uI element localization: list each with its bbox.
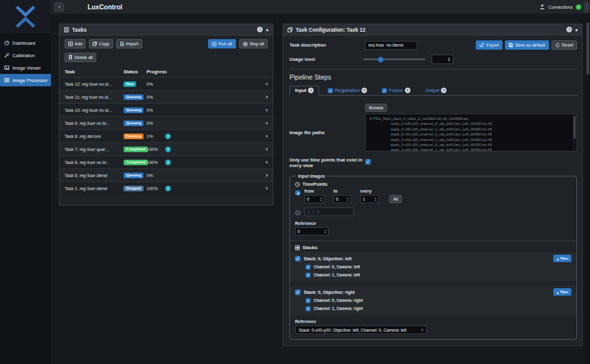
timepoints-range-radio[interactable] (295, 190, 301, 196)
info-icon[interactable]: i (405, 88, 411, 93)
config-panel-header: Task Configuration: Task 12 i ▴ (283, 24, 582, 35)
task-name: reg fuse blend (79, 173, 107, 178)
pages-icon (288, 27, 293, 32)
export-icon (479, 43, 484, 47)
tab-output[interactable]: Output i (420, 86, 452, 95)
delete-all-button[interactable]: Delete all (65, 53, 96, 62)
task-info-icon[interactable]: i (165, 147, 171, 152)
task-description-input[interactable] (365, 41, 417, 50)
task-row[interactable]: Task 7: reg fuse qual ... Completed 100%… (60, 142, 273, 155)
stepper-icon[interactable]: ▴▾ (375, 197, 376, 201)
stop-all-button[interactable]: Stop all (239, 39, 268, 48)
usage-level-slider[interactable] (363, 58, 425, 60)
copy-button-label: Copy (99, 42, 109, 46)
sidebar-item-dashboard[interactable]: Dashboard (0, 37, 51, 49)
export-button[interactable]: Export (476, 40, 502, 50)
save-icon (509, 43, 513, 47)
info-icon[interactable]: i (361, 88, 367, 93)
chevron-right-icon: › (266, 120, 268, 126)
task-name: reg fuse no bl... (82, 95, 112, 99)
scrollbar-thumb[interactable] (586, 22, 589, 75)
stack-checkbox[interactable] (295, 256, 301, 262)
stepper-icon[interactable]: ▴▾ (320, 197, 322, 201)
divider (290, 240, 576, 241)
task-name: reg deconv (79, 134, 101, 139)
task-info-icon[interactable]: i (165, 186, 171, 191)
task-row[interactable]: Task 12: reg fuse no bl... New 0% › (60, 77, 273, 90)
task-id: Task 8: (65, 134, 78, 139)
usage-level-value[interactable]: 1 (432, 55, 453, 64)
wrench-icon (4, 53, 9, 58)
channel-checkbox[interactable] (306, 273, 311, 278)
task-name: reg fuse no bl... (82, 82, 112, 86)
all-button[interactable]: All (389, 195, 402, 203)
task-row[interactable]: Task 8: reg deconv Running 1% i › (60, 129, 273, 142)
tiles-button[interactable]: ▴Tiles (553, 288, 571, 296)
reset-button[interactable]: Reset (551, 40, 577, 50)
input-images-fieldset: Input Images TimePoints from 0▴▾ to 0▴▾ (289, 174, 577, 340)
collapse-panel-icon[interactable]: ▴ (266, 27, 268, 32)
task-info-icon[interactable]: i (165, 160, 171, 165)
task-info-icon[interactable]: i (165, 134, 171, 139)
task-row[interactable]: Task 9: reg fuse no bl... Queuing 0% › (60, 116, 273, 129)
tab-registration[interactable]: Registration i (323, 86, 372, 95)
stepper-icon[interactable]: ▴▾ (325, 229, 326, 234)
run-all-label: Run all (219, 42, 232, 46)
tasks-toolbar: Add Copy Import Run all Stop all (60, 35, 273, 63)
import-button[interactable]: Import (116, 39, 142, 48)
connections-label[interactable]: Connections (548, 5, 573, 9)
tab-input[interactable]: Input i (289, 86, 319, 96)
channel-checkbox[interactable] (306, 265, 311, 270)
task-id: Task 9: (65, 121, 78, 125)
task-progress: 0% (147, 82, 165, 86)
tiles-button[interactable]: ▴Tiles (553, 255, 571, 262)
timepoints-list-input[interactable] (304, 207, 354, 216)
task-row[interactable]: Task 6: reg fuse no bl... Completed 100%… (60, 155, 273, 168)
save-as-default-button[interactable]: Save as default (505, 40, 548, 50)
stack-checkbox[interactable] (295, 289, 301, 295)
reference-select[interactable]: Stack: 0-x00-y00, Objective: left, Chann… (295, 325, 427, 334)
page-scrollbar[interactable] (585, 14, 590, 364)
channel-checkbox[interactable] (306, 298, 311, 303)
info-icon[interactable]: i (308, 88, 314, 93)
every-spinner[interactable]: 1▴▾ (360, 195, 379, 203)
add-button-label: Add (75, 42, 82, 46)
add-button[interactable]: Add (65, 39, 86, 48)
image-file-paths-box[interactable]: F:/TD1_Moni_plant_3_vtiles_2_rot\2020-02… (365, 114, 577, 152)
info-icon[interactable]: i (257, 27, 263, 32)
sidebar-item-image-processor[interactable]: Image Processor (0, 74, 51, 86)
timepoints-list-radio[interactable] (295, 210, 301, 216)
delete-all-label: Delete all (75, 55, 93, 60)
image-file-paths-label: Image file paths (289, 130, 365, 135)
overflow-menu-button[interactable]: ⋮ (584, 1, 589, 12)
tab-fusion[interactable]: Fusion i (377, 86, 415, 95)
task-row[interactable]: Task 11: reg fuse no bl... Queuing 0% › (60, 90, 273, 103)
collapse-panel-icon[interactable]: ▴ (575, 27, 578, 32)
slider-thumb[interactable] (378, 57, 384, 62)
stepper-icon: ▴▾ (422, 328, 423, 332)
sidebar-item-label: Image Processor (12, 78, 48, 83)
task-row[interactable]: Task 10: reg fuse no bl... Queuing 0% › (60, 103, 273, 116)
task-row[interactable]: Task 5: reg fuse blend Queuing 0% › (60, 168, 273, 181)
fusion-checkbox[interactable] (382, 88, 387, 93)
stepper-icon[interactable]: ▴▾ (347, 197, 348, 201)
run-all-button[interactable]: Run all (208, 39, 236, 48)
from-spinner[interactable]: 0▴▾ (304, 195, 324, 203)
task-id: Task 5: (65, 173, 78, 178)
copy-button[interactable]: Copy (89, 39, 112, 48)
back-button[interactable]: ‹ (55, 2, 64, 12)
sidebar-item-calibration[interactable]: Calibration (0, 49, 51, 61)
sidebar-item-image-viewer[interactable]: Image Viewer (0, 61, 51, 74)
paths-scrollbar[interactable] (573, 115, 576, 150)
task-name: reg fuse blend (79, 186, 107, 191)
channel-checkbox[interactable] (306, 306, 311, 311)
only-timepoints-checkbox[interactable] (365, 159, 371, 165)
info-icon[interactable]: i (441, 88, 447, 93)
reference-spinner[interactable]: 0▴▾ (295, 227, 329, 235)
registration-checkbox[interactable] (328, 88, 333, 93)
task-row[interactable]: Task 1: reg fuse blend Stopped 100% i › (60, 181, 273, 194)
browse-button[interactable]: Browse (365, 104, 387, 112)
pipeline-tabs: Input i Registration i Fusion i Output i (289, 84, 577, 96)
info-icon[interactable]: i (566, 27, 572, 32)
to-spinner[interactable]: 0▴▾ (334, 195, 351, 203)
